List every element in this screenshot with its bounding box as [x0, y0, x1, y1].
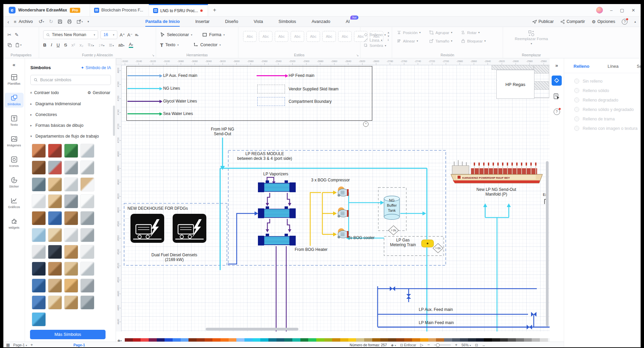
- drawing-canvas[interactable]: KARADENIZ POWERSHIP RAUF BEY LP Aux. Fee…: [121, 65, 550, 331]
- bold-button[interactable]: B: [43, 42, 46, 48]
- symbol-thumbnail[interactable]: [48, 144, 62, 158]
- menu-item[interactable]: Insertar: [195, 19, 209, 24]
- archivo-menu[interactable]: Archivo: [19, 19, 33, 24]
- tab-lng-to-fsru[interactable]: LNG to FSRU Proc...: [149, 4, 208, 16]
- from-hp-ng-label[interactable]: From HP NGSend-Out: [207, 127, 238, 136]
- strikethrough-button[interactable]: S: [64, 42, 67, 48]
- sidebar-item-imagenes[interactable]: Imágenes: [5, 134, 24, 149]
- canvas-horizontal-scrollbar[interactable]: [206, 328, 298, 330]
- style-preset[interactable]: Abc: [291, 31, 304, 42]
- page-select[interactable]: Page-1 ▾: [13, 343, 27, 347]
- deckhouse-label[interactable]: NEW DECKHOUSE FOR DFDGs: [127, 206, 188, 211]
- ng-buffer-tank-label[interactable]: NGBufferTank: [382, 198, 402, 213]
- symbol-thumbnail[interactable]: [48, 194, 62, 208]
- lp-gas-metering-label[interactable]: LP GasMetering Train: [383, 238, 423, 247]
- legend-label[interactable]: Vendor Supplied Skid Iteam: [289, 87, 339, 91]
- menu-item[interactable]: Avanzado: [312, 19, 330, 24]
- underline-button[interactable]: U: [57, 42, 60, 48]
- symbol-thumbnail[interactable]: [64, 262, 78, 276]
- page-tab[interactable]: Page-1: [74, 343, 85, 347]
- maximize-button[interactable]: ▢: [620, 8, 624, 13]
- legend-label[interactable]: NG Lines: [163, 86, 180, 91]
- lp-aux-feed-label[interactable]: LP Aux. Feed main: [419, 307, 453, 312]
- italic-button[interactable]: I: [51, 42, 52, 48]
- symbol-thumbnail[interactable]: [48, 279, 62, 293]
- copy-button[interactable]: [7, 43, 12, 47]
- select-tool[interactable]: Seleccionar▾: [160, 32, 192, 37]
- add-page-button[interactable]: +: [30, 342, 33, 347]
- symbol-thumbnail[interactable]: [64, 279, 78, 293]
- line-spacing-button[interactable]: ↕≡▾: [98, 42, 105, 48]
- zoom-out-button[interactable]: −: [428, 342, 430, 347]
- from-bog-heater-label[interactable]: From BOG Heater: [295, 247, 327, 252]
- zoom-slider[interactable]: [434, 345, 451, 345]
- print-button[interactable]: [67, 19, 72, 24]
- symbol-thumbnail[interactable]: [32, 279, 46, 293]
- sidebar-item-plantillas[interactable]: Plantillas: [5, 72, 24, 87]
- expand-dialog-icon[interactable]: ↘: [356, 54, 359, 57]
- symbol-thumbnail[interactable]: [32, 211, 46, 225]
- sidebar-item-simbolos[interactable]: Símbolos: [5, 93, 24, 108]
- clear-format-button[interactable]: Tx▾: [88, 42, 94, 48]
- paste-button[interactable]: ▾: [15, 43, 22, 47]
- collapse-all-button[interactable]: «Contraer todo: [30, 90, 59, 95]
- font-family-select[interactable]: Times New Roman▾: [43, 30, 98, 39]
- symbol-thumbnail[interactable]: [32, 295, 46, 310]
- cut-button[interactable]: ✂: [7, 32, 11, 37]
- style-preset[interactable]: Abc: [259, 31, 272, 42]
- lp-vaporizers-label[interactable]: LP Vaporizers: [256, 172, 296, 176]
- fill-option[interactable]: Sin relleno: [574, 79, 641, 84]
- fill-option[interactable]: Relleno degradado: [574, 97, 641, 103]
- tab-sombra[interactable]: Sombra: [637, 64, 641, 69]
- bog-compressor-label[interactable]: 3 x BOG Compressor: [305, 178, 356, 182]
- panel-help-button[interactable]: ?: [554, 109, 560, 115]
- menu-item[interactable]: Pantalla de Inicio: [145, 19, 180, 24]
- symbol-thumbnail[interactable]: [48, 295, 62, 310]
- legend-label[interactable]: LP Aux. Feed main: [163, 73, 197, 78]
- symbol-thumbnail[interactable]: [64, 211, 78, 225]
- symbol-thumbnail[interactable]: [48, 262, 62, 276]
- symbol-thumbnail[interactable]: [64, 194, 78, 208]
- sidebar-item-graficos[interactable]: Gráficos: [5, 196, 24, 210]
- pages-icon[interactable]: ▦: [6, 343, 10, 347]
- symbol-thumbnail[interactable]: [32, 245, 46, 259]
- expand-dialog-icon[interactable]: ↘: [152, 54, 154, 57]
- replace-shape-button[interactable]: Reemplazar Forma ▾: [503, 30, 560, 46]
- increase-font-button[interactable]: A⁺: [120, 32, 125, 37]
- gensets-label[interactable]: Dual Fuel Diesel Gensets(2169 kW): [137, 253, 211, 262]
- symbol-thumbnail[interactable]: [80, 177, 94, 192]
- symbol-thumbnail[interactable]: [80, 194, 94, 208]
- lp-main-feed-label[interactable]: LP Main Feed main: [419, 320, 454, 325]
- font-color-button[interactable]: A▾: [129, 42, 133, 48]
- highlight-button[interactable]: ab▾: [118, 42, 124, 48]
- group-button[interactable]: Agrupar▾: [429, 30, 452, 35]
- new-tab-button[interactable]: +: [213, 7, 216, 13]
- legend-label[interactable]: Glycol Water Lines: [163, 99, 197, 104]
- legend-label[interactable]: Compartment Boundary: [289, 99, 331, 104]
- symbol-thumbnail[interactable]: [64, 295, 78, 310]
- publicar-button[interactable]: Publicar: [532, 19, 554, 24]
- size-button[interactable]: Tamaño▾: [429, 39, 452, 43]
- tab-relleno[interactable]: Relleno: [574, 64, 589, 69]
- superscript-button[interactable]: x²: [71, 42, 75, 48]
- fit-page-icon[interactable]: ⊡: [475, 343, 478, 347]
- symbol-thumbnail[interactable]: [80, 228, 94, 242]
- symbol-thumbnail[interactable]: [80, 144, 94, 158]
- symbol-thumbnail[interactable]: [32, 262, 46, 276]
- sidebar-item-widgets[interactable]: widgets: [5, 216, 24, 231]
- back-icon[interactable]: ‹: [7, 19, 9, 25]
- opciones-button[interactable]: ⚙ Opciones: [592, 19, 615, 24]
- symbol-category[interactable]: ▸Formas básicas de dibujo: [30, 120, 116, 131]
- panel-scrollbar[interactable]: [113, 106, 115, 136]
- export-button[interactable]: ▾: [77, 19, 83, 24]
- symbol-thumbnail[interactable]: [48, 245, 62, 259]
- collapse-toolbar-icon[interactable]: ▾: [87, 20, 89, 23]
- symbol-category[interactable]: ▸Diagrama tridimensional: [30, 98, 116, 109]
- to-bog-cooler-label[interactable]: To BOG cooler: [348, 235, 375, 240]
- symbol-thumbnail[interactable]: [80, 262, 94, 276]
- help-button[interactable]: ?: [622, 19, 627, 25]
- legend-label[interactable]: Sea Water Lines: [163, 111, 193, 116]
- text-tool[interactable]: T Texto▾: [160, 42, 179, 48]
- style-preset[interactable]: Abc: [243, 31, 257, 42]
- fill-option[interactable]: Relleno con imagen o textura: [574, 126, 641, 131]
